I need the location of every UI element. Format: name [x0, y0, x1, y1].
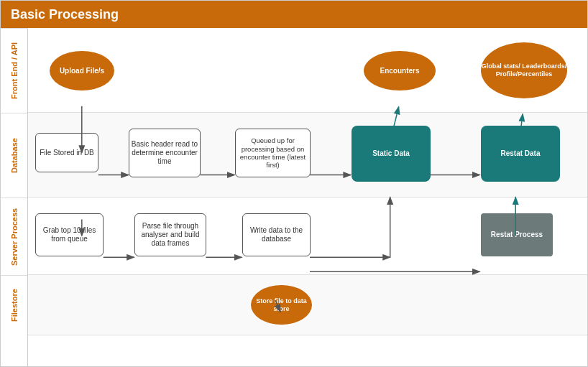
diagram-area: Front End / API Database Server Process … [1, 28, 587, 366]
file-stored-shape: File Stored in DB [35, 133, 98, 172]
lane-filestore: Store file to data store [28, 275, 587, 335]
page-container: Basic Processing Front End / API Databas… [0, 0, 588, 367]
lane-labels: Front End / API Database Server Process … [1, 28, 28, 366]
basic-header-shape: Basic header read to determine encounter… [129, 129, 201, 177]
page-title: Basic Processing [1, 1, 587, 28]
store-file-shape: Store file to data store [251, 285, 312, 325]
restat-data-shape: Restat Data [481, 126, 560, 182]
encounters-shape: Encounters [364, 51, 436, 90]
queued-shape: Queued up for processing based on encoun… [235, 129, 311, 177]
parse-file-shape: Parse file through analyser and build da… [134, 213, 206, 256]
lanes-content: Upload File/s Encounters Global stats/ L… [28, 28, 587, 366]
static-data-shape: Static Data [352, 126, 431, 182]
upload-shape: Upload File/s [50, 51, 114, 90]
lane-label-database: Database [1, 113, 27, 198]
lane-label-frontend: Front End / API [1, 28, 27, 113]
lane-label-filestore: Filestore [1, 275, 27, 335]
lane-server: Grab top 10 files from queue Parse file … [28, 198, 587, 275]
global-stats-shape: Global stats/ Leaderboards/ Profile/Perc… [481, 42, 567, 98]
grab-top-shape: Grab top 10 files from queue [35, 213, 104, 256]
restat-process-shape: Restat Process [481, 213, 553, 256]
write-data-shape: Write data to the database [242, 213, 311, 256]
lane-database: File Stored in DB Basic header read to d… [28, 113, 587, 198]
lane-label-server: Server Process [1, 198, 27, 275]
title-text: Basic Processing [11, 7, 119, 22]
lane-frontend: Upload File/s Encounters Global stats/ L… [28, 28, 587, 113]
